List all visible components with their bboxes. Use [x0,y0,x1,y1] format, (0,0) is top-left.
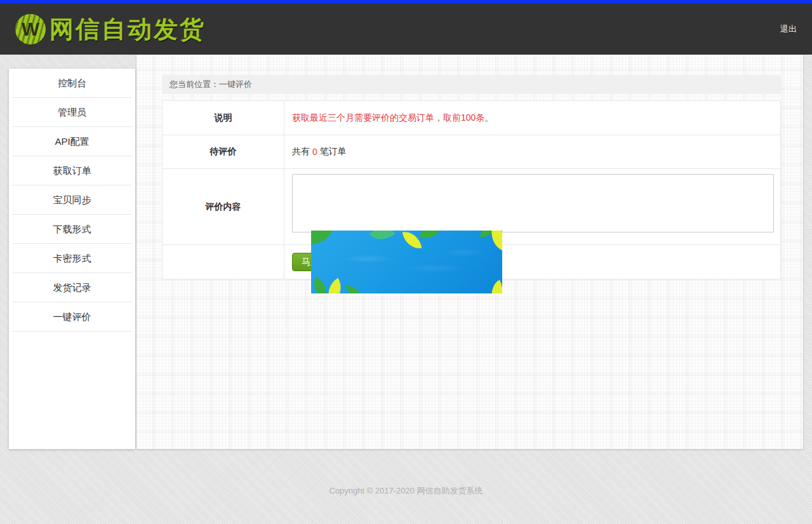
table-row-description: 说明 获取最近三个月需要评价的交易订单，取前100条。 [163,101,780,135]
leaf-icon [418,231,444,245]
row-label-submit-empty [163,245,284,279]
pending-count-suffix: 笔订单 [320,146,347,158]
pending-count-number: 0 [310,147,320,157]
row-value-description: 获取最近三个月需要评价的交易订单，取前100条。 [284,101,780,135]
sidebar-item-download-type[interactable]: 下载形式 [13,215,131,244]
sidebar-item-get-orders[interactable]: 获取订单 [13,156,131,185]
row-label-description: 说明 [163,101,284,135]
sidebar-item-console[interactable]: 控制台 [13,69,131,98]
row-label-pending: 待评价 [163,135,284,168]
row-label-review-content: 评价内容 [163,169,284,245]
sidebar-item-one-key-review[interactable]: 一键评价 [13,302,131,332]
leaf-icon [369,231,395,246]
app-header: W 网信自动发货 退出 [0,3,812,55]
leaf-icon [485,280,502,293]
logo-w-circle-icon: W [15,14,46,44]
pending-count-prefix: 共有 [292,146,310,158]
page-root: W 网信自动发货 退出 控制台 管理员 API配置 获取订单 宝贝同步 下载形式… [0,0,812,524]
table-row-pending-count: 待评价 共有 0 笔订单 [163,135,780,169]
leaf-icon [311,231,335,252]
brand-logo[interactable]: W 网信自动发货 [15,12,206,46]
sidebar-item-admin[interactable]: 管理员 [13,98,131,127]
floating-promo-image [311,231,502,293]
sidebar-item-cardkey-type[interactable]: 卡密形式 [13,244,131,273]
footer-copyright: Copyright © 2017-2020 网信自助发货系统 [0,485,812,497]
sidebar-item-ship-records[interactable]: 发货记录 [13,273,131,302]
leaf-icon [403,231,422,251]
leaf-icon [345,285,363,293]
row-value-pending: 共有 0 笔订单 [284,135,780,168]
sidebar-nav: 控制台 管理员 API配置 获取订单 宝贝同步 下载形式 卡密形式 发货记录 一… [9,69,135,449]
brand-title: 网信自动发货 [50,13,206,46]
logout-link[interactable]: 退出 [780,24,797,35]
sidebar-item-api-config[interactable]: API配置 [13,127,131,156]
breadcrumb: 您当前位置：一键评价 [162,75,781,94]
sidebar-item-item-sync[interactable]: 宝贝同步 [13,185,131,215]
review-content-textarea[interactable] [292,174,774,232]
